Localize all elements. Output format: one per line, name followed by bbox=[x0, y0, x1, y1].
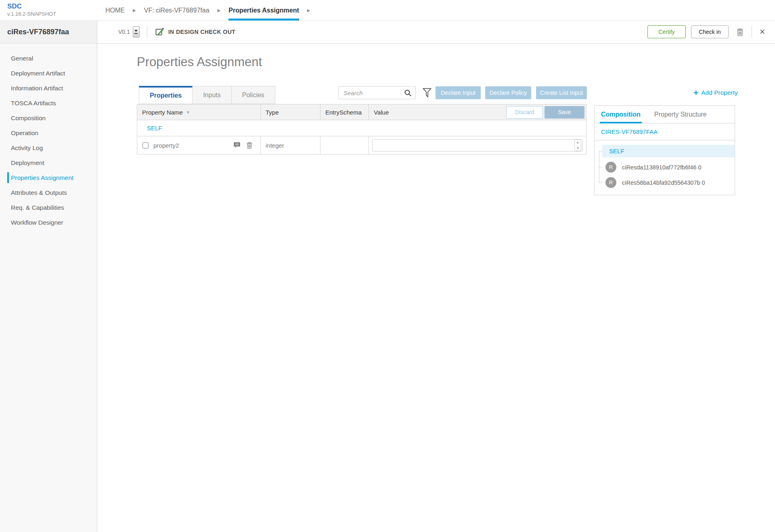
top-header: SDC v.1.16.2-SNAPSHOT HOME ▶ VF: ciRes-V… bbox=[0, 0, 775, 21]
sidebar-item-composition[interactable]: Composition bbox=[0, 111, 97, 125]
sidebar-item-operation[interactable]: Operation bbox=[0, 125, 97, 140]
lifecycle-label: IN DESIGN CHECK OUT bbox=[168, 29, 235, 35]
lifecycle-status: IN DESIGN CHECK OUT bbox=[155, 27, 235, 37]
number-stepper: ∧ ∨ bbox=[574, 140, 581, 151]
sidebar-item-general[interactable]: General bbox=[0, 51, 97, 66]
composition-panel-tabs: Composition Property Structure bbox=[595, 106, 735, 123]
column-label: EntrySchema bbox=[325, 109, 362, 116]
property-type-cell: integer bbox=[261, 136, 320, 154]
filter-button[interactable] bbox=[422, 88, 432, 98]
composition-root-link[interactable]: CIRES-VF76897FAA bbox=[595, 123, 735, 140]
property-value-input[interactable] bbox=[372, 139, 583, 152]
search-box bbox=[338, 86, 416, 99]
breadcrumb-properties-assignment[interactable]: Properties Assignment bbox=[228, 0, 299, 21]
page-title: Properties Assignment bbox=[137, 55, 262, 69]
tree-connector-stub bbox=[599, 167, 603, 167]
sort-desc-icon[interactable]: ▼ bbox=[186, 110, 190, 115]
sidebar-item-req-capabilities[interactable]: Req. & Capabilities bbox=[0, 200, 97, 215]
column-header-entryschema: EntrySchema bbox=[320, 104, 369, 120]
declare-input-button[interactable]: Declare Input bbox=[436, 86, 481, 99]
tree-connector-line bbox=[599, 151, 599, 182]
sidebar-item-workflow-designer[interactable]: Workflow Designer bbox=[0, 215, 97, 230]
table-row[interactable]: property2 bbox=[137, 136, 586, 154]
tab-policies[interactable]: Policies bbox=[232, 86, 275, 104]
close-icon: ✕ bbox=[759, 28, 765, 35]
breadcrumb-arrow-icon: ▶ bbox=[133, 0, 136, 21]
version-stepper[interactable] bbox=[133, 26, 140, 38]
sidebar-item-deployment-artifact[interactable]: Deployment Artifact bbox=[0, 66, 97, 81]
toolbar-actions: Certify Check in ✕ bbox=[647, 25, 765, 38]
column-label: Property Name bbox=[142, 109, 183, 116]
app-version: v.1.16.2-SNAPSHOT bbox=[7, 11, 56, 17]
tree-item-resource-1[interactable]: R ciResda1138910af772fb6f46 0 bbox=[605, 162, 735, 173]
table-header-actions: Discard Save bbox=[506, 106, 584, 119]
column-header-type: Type bbox=[261, 104, 320, 120]
sidebar-item-attributes-outputs[interactable]: Attributes & Outputs bbox=[0, 185, 97, 200]
trash-icon bbox=[736, 27, 744, 37]
search-icon[interactable] bbox=[404, 89, 412, 97]
tab-properties[interactable]: Properties bbox=[139, 86, 193, 104]
in-design-icon bbox=[155, 27, 164, 37]
property-name: property2 bbox=[153, 142, 179, 149]
sidebar-item-tosca-artifacts[interactable]: TOSCA Artifacts bbox=[0, 96, 97, 111]
resource-label: ciResda1138910af772fb6f46 0 bbox=[622, 164, 701, 171]
stepper-bar-icon bbox=[134, 33, 138, 34]
entity-toolbar: ciRes-VF76897faa V0.1 IN DESIGN CHECK OU… bbox=[0, 21, 775, 44]
save-button[interactable]: Save bbox=[545, 106, 584, 119]
toolbar-divider bbox=[752, 26, 752, 38]
tree-item-self[interactable]: SELF bbox=[602, 145, 735, 157]
left-sidebar: General Deployment Artifact Information … bbox=[0, 44, 97, 532]
column-label: Type bbox=[266, 109, 279, 116]
table-header-row: Property Name ▼ Type EntrySchema Value D… bbox=[137, 104, 586, 120]
breadcrumb-arrow-icon: ▶ bbox=[307, 0, 310, 21]
tab-composition[interactable]: Composition bbox=[601, 106, 641, 123]
discard-button[interactable]: Discard bbox=[506, 106, 543, 119]
breadcrumb-vf[interactable]: VF: ciRes-VF76897faa bbox=[144, 0, 209, 21]
stepper-up-icon[interactable]: ∧ bbox=[575, 140, 581, 146]
create-list-input-button[interactable]: Create List Input bbox=[536, 86, 587, 99]
search-input[interactable] bbox=[339, 90, 404, 96]
add-property-label: Add Property bbox=[701, 89, 737, 96]
entity-name: ciRes-VF76897faa bbox=[7, 28, 69, 36]
add-property-button[interactable]: + Add Property bbox=[693, 88, 738, 97]
toolbar-divider bbox=[147, 26, 147, 38]
stepper-down-icon bbox=[134, 30, 138, 32]
properties-table: Property Name ▼ Type EntrySchema Value D… bbox=[137, 104, 586, 154]
tree-connector-stub bbox=[599, 151, 603, 151]
delete-property-icon[interactable] bbox=[246, 141, 253, 149]
tab-property-structure[interactable]: Property Structure bbox=[654, 106, 707, 123]
property-entryschema-cell bbox=[320, 136, 369, 154]
sidebar-item-activity-log[interactable]: Activity Log bbox=[0, 140, 97, 155]
tree-connector-stub bbox=[599, 182, 603, 183]
sdc-logo[interactable]: SDC v.1.16.2-SNAPSHOT bbox=[7, 2, 56, 17]
entity-title-box: ciRes-VF76897faa bbox=[0, 21, 97, 43]
plus-icon: + bbox=[693, 88, 698, 97]
column-label: Value bbox=[374, 109, 389, 116]
close-button[interactable]: ✕ bbox=[759, 28, 765, 35]
breadcrumb-home[interactable]: HOME bbox=[105, 0, 125, 21]
resource-avatar: R bbox=[605, 162, 616, 173]
sidebar-item-information-artifact[interactable]: Information Artifact bbox=[0, 81, 97, 96]
app-name: SDC bbox=[7, 2, 56, 10]
toolbar-main: V0.1 IN DESIGN CHECK OUT Certify Chec bbox=[97, 21, 775, 43]
column-header-property-name: Property Name ▼ bbox=[137, 104, 261, 120]
property-name-cell: property2 bbox=[137, 136, 261, 154]
declare-policy-button[interactable]: Declare Policy bbox=[485, 86, 531, 99]
tab-inputs[interactable]: Inputs bbox=[193, 86, 232, 104]
property-checkbox[interactable] bbox=[142, 142, 149, 148]
sidebar-item-properties-assignment[interactable]: Properties Assignment bbox=[0, 170, 97, 185]
resource-avatar: R bbox=[605, 177, 616, 188]
breadcrumb-arrow-icon: ▶ bbox=[218, 0, 221, 21]
composition-tree: SELF R ciResda1138910af772fb6f46 0 R ciR… bbox=[595, 140, 735, 188]
certify-button[interactable]: Certify bbox=[647, 25, 686, 38]
checkin-button[interactable]: Check in bbox=[691, 25, 729, 38]
delete-button[interactable] bbox=[736, 27, 744, 37]
composition-panel: Composition Property Structure CIRES-VF7… bbox=[594, 105, 735, 195]
column-header-value: Value Discard Save bbox=[369, 104, 586, 120]
sidebar-item-deployment[interactable]: Deployment bbox=[0, 155, 97, 170]
comment-icon[interactable] bbox=[233, 142, 241, 149]
tree-item-resource-2[interactable]: R ciRes58ba14bfa92d5564307b 0 bbox=[605, 177, 735, 188]
property-value-cell: ∧ ∨ bbox=[369, 136, 586, 154]
stepper-down-icon[interactable]: ∨ bbox=[575, 145, 581, 151]
table-group-self: SELF bbox=[137, 120, 586, 136]
